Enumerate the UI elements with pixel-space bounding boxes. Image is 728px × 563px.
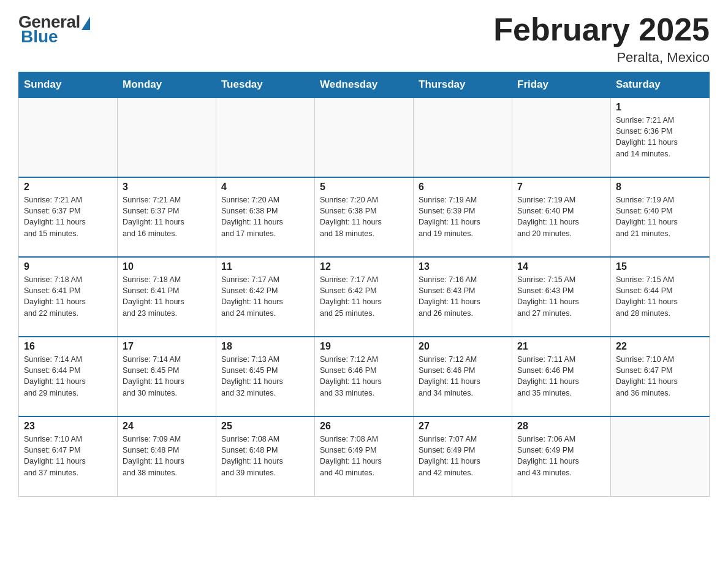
- calendar-cell: 12Sunrise: 7:17 AM Sunset: 6:42 PM Dayli…: [315, 257, 414, 337]
- day-number: 10: [123, 261, 211, 272]
- calendar-cell: [118, 98, 216, 177]
- day-number: 14: [517, 261, 605, 272]
- calendar-cell: 11Sunrise: 7:17 AM Sunset: 6:42 PM Dayli…: [216, 257, 315, 337]
- day-number: 26: [320, 421, 408, 432]
- day-info: Sunrise: 7:19 AM Sunset: 6:39 PM Dayligh…: [419, 194, 507, 239]
- week-row-5: 23Sunrise: 7:10 AM Sunset: 6:47 PM Dayli…: [19, 416, 710, 496]
- day-number: 25: [221, 421, 309, 432]
- day-info: Sunrise: 7:17 AM Sunset: 6:42 PM Dayligh…: [221, 274, 309, 319]
- calendar-cell: 16Sunrise: 7:14 AM Sunset: 6:44 PM Dayli…: [19, 337, 118, 416]
- calendar-cell: 8Sunrise: 7:19 AM Sunset: 6:40 PM Daylig…: [611, 177, 710, 257]
- calendar-cell: 6Sunrise: 7:19 AM Sunset: 6:39 PM Daylig…: [414, 177, 512, 257]
- calendar-cell: 1Sunrise: 7:21 AM Sunset: 6:36 PM Daylig…: [611, 98, 710, 177]
- calendar-cell: 15Sunrise: 7:15 AM Sunset: 6:44 PM Dayli…: [611, 257, 710, 337]
- day-number: 5: [320, 182, 408, 193]
- day-info: Sunrise: 7:21 AM Sunset: 6:37 PM Dayligh…: [123, 194, 211, 239]
- day-info: Sunrise: 7:21 AM Sunset: 6:36 PM Dayligh…: [616, 115, 704, 159]
- title-block: February 2025 Peralta, Mexico: [493, 12, 710, 66]
- day-info: Sunrise: 7:06 AM Sunset: 6:49 PM Dayligh…: [517, 434, 605, 478]
- day-info: Sunrise: 7:15 AM Sunset: 6:44 PM Dayligh…: [616, 274, 704, 319]
- day-info: Sunrise: 7:12 AM Sunset: 6:46 PM Dayligh…: [320, 354, 408, 399]
- day-info: Sunrise: 7:12 AM Sunset: 6:46 PM Dayligh…: [419, 354, 507, 399]
- calendar-cell: 26Sunrise: 7:08 AM Sunset: 6:49 PM Dayli…: [315, 416, 414, 496]
- calendar-cell: 2Sunrise: 7:21 AM Sunset: 6:37 PM Daylig…: [19, 177, 118, 257]
- week-row-4: 16Sunrise: 7:14 AM Sunset: 6:44 PM Dayli…: [19, 337, 710, 416]
- calendar-cell: [414, 98, 512, 177]
- day-number: 1: [616, 102, 704, 113]
- calendar-cell: 5Sunrise: 7:20 AM Sunset: 6:38 PM Daylig…: [315, 177, 414, 257]
- day-info: Sunrise: 7:19 AM Sunset: 6:40 PM Dayligh…: [616, 194, 704, 239]
- day-info: Sunrise: 7:08 AM Sunset: 6:48 PM Dayligh…: [221, 434, 309, 478]
- calendar-cell: [512, 98, 611, 177]
- day-number: 18: [221, 341, 309, 352]
- day-info: Sunrise: 7:15 AM Sunset: 6:43 PM Dayligh…: [517, 274, 605, 319]
- calendar-cell: 20Sunrise: 7:12 AM Sunset: 6:46 PM Dayli…: [414, 337, 512, 416]
- location-text: Peralta, Mexico: [493, 50, 710, 66]
- day-number: 17: [123, 341, 211, 352]
- day-info: Sunrise: 7:11 AM Sunset: 6:46 PM Dayligh…: [517, 354, 605, 399]
- calendar-cell: 7Sunrise: 7:19 AM Sunset: 6:40 PM Daylig…: [512, 177, 611, 257]
- weekday-header-row: SundayMondayTuesdayWednesdayThursdayFrid…: [19, 72, 710, 98]
- day-info: Sunrise: 7:18 AM Sunset: 6:41 PM Dayligh…: [24, 274, 112, 319]
- calendar-cell: 21Sunrise: 7:11 AM Sunset: 6:46 PM Dayli…: [512, 337, 611, 416]
- day-number: 11: [221, 261, 309, 272]
- day-number: 21: [517, 341, 605, 352]
- calendar-cell: 27Sunrise: 7:07 AM Sunset: 6:49 PM Dayli…: [414, 416, 512, 496]
- day-info: Sunrise: 7:14 AM Sunset: 6:44 PM Dayligh…: [24, 354, 112, 399]
- calendar-cell: 13Sunrise: 7:16 AM Sunset: 6:43 PM Dayli…: [414, 257, 512, 337]
- weekday-header-tuesday: Tuesday: [216, 72, 315, 98]
- day-info: Sunrise: 7:20 AM Sunset: 6:38 PM Dayligh…: [221, 194, 309, 239]
- calendar-cell: 10Sunrise: 7:18 AM Sunset: 6:41 PM Dayli…: [118, 257, 216, 337]
- week-row-1: 1Sunrise: 7:21 AM Sunset: 6:36 PM Daylig…: [19, 98, 710, 177]
- day-info: Sunrise: 7:18 AM Sunset: 6:41 PM Dayligh…: [123, 274, 211, 319]
- day-number: 27: [419, 421, 507, 432]
- calendar-cell: [19, 98, 118, 177]
- calendar-cell: 23Sunrise: 7:10 AM Sunset: 6:47 PM Dayli…: [19, 416, 118, 496]
- weekday-header-sunday: Sunday: [19, 72, 118, 98]
- day-number: 23: [24, 421, 112, 432]
- logo-blue-text: Blue: [21, 27, 58, 47]
- day-info: Sunrise: 7:14 AM Sunset: 6:45 PM Dayligh…: [123, 354, 211, 399]
- calendar-cell: [315, 98, 414, 177]
- calendar-cell: 18Sunrise: 7:13 AM Sunset: 6:45 PM Dayli…: [216, 337, 315, 416]
- day-number: 12: [320, 261, 408, 272]
- day-info: Sunrise: 7:08 AM Sunset: 6:49 PM Dayligh…: [320, 434, 408, 478]
- day-info: Sunrise: 7:20 AM Sunset: 6:38 PM Dayligh…: [320, 194, 408, 239]
- calendar-cell: 24Sunrise: 7:09 AM Sunset: 6:48 PM Dayli…: [118, 416, 216, 496]
- weekday-header-friday: Friday: [512, 72, 611, 98]
- day-number: 6: [419, 182, 507, 193]
- logo-triangle-icon: [82, 17, 90, 30]
- day-number: 2: [24, 182, 112, 193]
- calendar-cell: 25Sunrise: 7:08 AM Sunset: 6:48 PM Dayli…: [216, 416, 315, 496]
- day-info: Sunrise: 7:10 AM Sunset: 6:47 PM Dayligh…: [616, 354, 704, 399]
- day-number: 16: [24, 341, 112, 352]
- calendar-cell: [216, 98, 315, 177]
- day-info: Sunrise: 7:17 AM Sunset: 6:42 PM Dayligh…: [320, 274, 408, 319]
- day-number: 13: [419, 261, 507, 272]
- day-number: 8: [616, 182, 704, 193]
- day-number: 19: [320, 341, 408, 352]
- calendar-cell: 19Sunrise: 7:12 AM Sunset: 6:46 PM Dayli…: [315, 337, 414, 416]
- day-number: 3: [123, 182, 211, 193]
- day-number: 28: [517, 421, 605, 432]
- day-number: 24: [123, 421, 211, 432]
- day-number: 7: [517, 182, 605, 193]
- calendar-table: SundayMondayTuesdayWednesdayThursdayFrid…: [18, 72, 710, 497]
- week-row-3: 9Sunrise: 7:18 AM Sunset: 6:41 PM Daylig…: [19, 257, 710, 337]
- calendar-cell: 28Sunrise: 7:06 AM Sunset: 6:49 PM Dayli…: [512, 416, 611, 496]
- month-title: February 2025: [493, 12, 710, 47]
- page-header: General Blue February 2025 Peralta, Mexi…: [18, 12, 710, 66]
- logo: General Blue: [18, 12, 90, 47]
- calendar-cell: [611, 416, 710, 496]
- calendar-cell: 3Sunrise: 7:21 AM Sunset: 6:37 PM Daylig…: [118, 177, 216, 257]
- day-info: Sunrise: 7:07 AM Sunset: 6:49 PM Dayligh…: [419, 434, 507, 478]
- day-info: Sunrise: 7:19 AM Sunset: 6:40 PM Dayligh…: [517, 194, 605, 239]
- calendar-cell: 17Sunrise: 7:14 AM Sunset: 6:45 PM Dayli…: [118, 337, 216, 416]
- calendar-cell: 4Sunrise: 7:20 AM Sunset: 6:38 PM Daylig…: [216, 177, 315, 257]
- calendar-cell: 9Sunrise: 7:18 AM Sunset: 6:41 PM Daylig…: [19, 257, 118, 337]
- day-info: Sunrise: 7:16 AM Sunset: 6:43 PM Dayligh…: [419, 274, 507, 319]
- calendar-cell: 22Sunrise: 7:10 AM Sunset: 6:47 PM Dayli…: [611, 337, 710, 416]
- day-info: Sunrise: 7:21 AM Sunset: 6:37 PM Dayligh…: [24, 194, 112, 239]
- day-number: 15: [616, 261, 704, 272]
- weekday-header-wednesday: Wednesday: [315, 72, 414, 98]
